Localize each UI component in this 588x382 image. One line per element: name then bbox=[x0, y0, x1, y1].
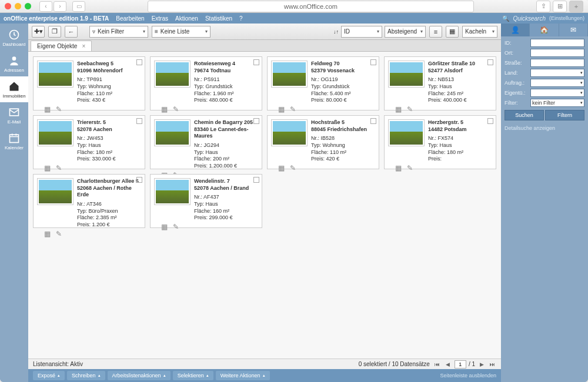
rp-input-strasse[interactable] bbox=[530, 59, 584, 67]
edit-icon[interactable]: ✎ bbox=[289, 164, 297, 172]
back-button[interactable]: ← bbox=[65, 26, 78, 38]
property-card[interactable]: Charlottenburger Allee 552068 Aachen / R… bbox=[33, 174, 145, 228]
calendar-icon[interactable]: ▦ bbox=[277, 164, 285, 172]
pager-last[interactable]: ⏭ bbox=[488, 360, 496, 368]
action-schreiben[interactable]: Schreiben bbox=[67, 371, 105, 380]
close-icon[interactable]: × bbox=[82, 43, 85, 49]
tab-eigene-objekte[interactable]: Eigene Objekte× bbox=[31, 41, 92, 51]
property-card[interactable]: Seebachweg 591096 MöhrendorfNr.: TP891Ty… bbox=[33, 56, 145, 110]
rp-input-ort[interactable] bbox=[530, 49, 584, 57]
property-card[interactable]: Feldweg 7052379 VossenackNr.: OG119Typ: … bbox=[267, 56, 379, 110]
card-checkbox[interactable] bbox=[136, 118, 142, 124]
calendar-icon[interactable]: ▦ bbox=[160, 105, 168, 113]
menu-extras[interactable]: Extras bbox=[152, 15, 168, 22]
nav-kalender[interactable]: Kalender bbox=[0, 128, 28, 154]
menu-statistiken[interactable]: Statistiken bbox=[205, 15, 232, 22]
rp-filtern-btn[interactable]: Filtern bbox=[545, 110, 584, 120]
menu-aktionen[interactable]: Aktionen bbox=[175, 15, 198, 22]
view-list-btn[interactable]: ≡ bbox=[429, 26, 442, 38]
card-checkbox[interactable] bbox=[370, 118, 376, 124]
property-card[interactable]: Wendelinstr. 752078 Aachen / BrandNr.: A… bbox=[150, 174, 262, 228]
edit-icon[interactable]: ✎ bbox=[55, 105, 63, 113]
card-checkbox[interactable] bbox=[253, 118, 259, 124]
property-card[interactable]: Rotwiesenweg 479674 TodtnauNr.: PS911Typ… bbox=[150, 56, 262, 110]
card-checkbox[interactable] bbox=[253, 59, 259, 65]
card-thumbnail[interactable] bbox=[154, 61, 191, 88]
card-thumbnail[interactable] bbox=[271, 61, 308, 88]
card-thumbnail[interactable] bbox=[37, 178, 74, 205]
edit-icon[interactable]: ✎ bbox=[172, 105, 180, 113]
edit-icon[interactable]: ✎ bbox=[172, 223, 180, 231]
action-selektieren[interactable]: Selektieren bbox=[173, 371, 213, 380]
rp-select-filter[interactable]: kein Filter bbox=[530, 99, 584, 107]
card-checkbox[interactable] bbox=[136, 177, 142, 183]
browser-back-btn[interactable]: ‹ bbox=[39, 1, 52, 12]
card-thumbnail[interactable] bbox=[154, 178, 191, 205]
rp-detailsuche-link[interactable]: Detailsuche anzeigen bbox=[501, 123, 588, 133]
view-select[interactable]: Kacheln▾ bbox=[462, 26, 497, 38]
action-arbeitslisten[interactable]: Arbeitslistenaktionen bbox=[108, 371, 171, 380]
edit-icon[interactable]: ✎ bbox=[406, 105, 414, 113]
add-button[interactable]: ✚▾ bbox=[32, 26, 45, 38]
card-thumbnail[interactable] bbox=[154, 119, 191, 146]
share-icon[interactable]: ⇪ bbox=[536, 1, 550, 12]
property-card[interactable]: Chemin de Bagarry 20583340 Le Cannet-des… bbox=[150, 115, 262, 169]
browser-fwd-btn[interactable]: › bbox=[54, 1, 66, 12]
calendar-icon[interactable]: ▦ bbox=[394, 105, 402, 113]
card-thumbnail[interactable] bbox=[271, 119, 308, 146]
rp-person-icon[interactable]: 👤 bbox=[501, 24, 530, 36]
edit-icon[interactable]: ✎ bbox=[55, 230, 63, 238]
card-checkbox[interactable] bbox=[253, 177, 259, 183]
rp-home-icon[interactable]: 🏠 bbox=[530, 24, 559, 36]
nav-adressen[interactable]: Adressen bbox=[0, 51, 28, 76]
close-window-btn[interactable] bbox=[5, 3, 11, 9]
rp-input-id[interactable] bbox=[530, 39, 584, 47]
liste-select[interactable]: ≡Keine Liste▾ bbox=[152, 26, 211, 38]
duplicate-button[interactable]: ❐ bbox=[48, 26, 61, 38]
calendar-icon[interactable]: ▦ bbox=[43, 164, 51, 172]
nav-email[interactable]: E-Mail bbox=[0, 102, 28, 128]
action-expose[interactable]: Exposé bbox=[33, 371, 65, 380]
einstellungen-label[interactable]: (Einstellungen) bbox=[549, 15, 584, 21]
calendar-icon[interactable]: ▦ bbox=[394, 164, 402, 172]
card-checkbox[interactable] bbox=[370, 59, 376, 65]
tabs-icon[interactable]: ⊞ bbox=[553, 1, 567, 12]
calendar-icon[interactable]: ▦ bbox=[43, 105, 51, 113]
edit-icon[interactable]: ✎ bbox=[55, 164, 63, 172]
rp-select-eigentue[interactable] bbox=[530, 89, 584, 97]
card-thumbnail[interactable] bbox=[388, 119, 425, 146]
filter-select[interactable]: ▿Kein Filter▾ bbox=[89, 26, 148, 38]
calendar-icon[interactable]: ▦ bbox=[277, 105, 285, 113]
browser-sidebar-btn[interactable]: ▭ bbox=[72, 1, 85, 12]
rp-select-auftrag[interactable] bbox=[530, 79, 584, 87]
action-weitere[interactable]: Weitere Aktionen bbox=[216, 371, 270, 380]
sort-dir-select[interactable]: Absteigend▾ bbox=[385, 26, 426, 38]
card-checkbox[interactable] bbox=[487, 59, 493, 65]
card-checkbox[interactable] bbox=[487, 118, 493, 124]
rp-select-land[interactable] bbox=[530, 69, 584, 77]
quicksearch-label[interactable]: Quicksearch bbox=[513, 15, 546, 22]
hide-sidebar-link[interactable]: Seitenleiste ausblenden bbox=[440, 373, 496, 378]
edit-icon[interactable]: ✎ bbox=[289, 105, 297, 113]
view-grid-btn[interactable]: ▦ bbox=[446, 26, 459, 38]
menu-help[interactable]: ? bbox=[239, 15, 243, 22]
pager-next[interactable]: ▶ bbox=[477, 360, 486, 368]
search-icon[interactable]: 🔍 bbox=[502, 15, 509, 22]
minimize-window-btn[interactable] bbox=[15, 3, 21, 9]
calendar-icon[interactable]: ▦ bbox=[43, 230, 51, 238]
rp-mail-icon[interactable]: ✉ bbox=[559, 24, 588, 36]
property-card[interactable]: Herzbergstr. 514482 PotsdamNr.: FX574Typ… bbox=[384, 115, 496, 169]
card-thumbnail[interactable] bbox=[388, 61, 425, 88]
card-thumbnail[interactable] bbox=[37, 61, 74, 88]
card-checkbox[interactable] bbox=[136, 59, 142, 65]
property-card[interactable]: Hochstraße 588045 FriedrichshafenNr.: IB… bbox=[267, 115, 379, 169]
sort-by-select[interactable]: ID▾ bbox=[341, 26, 382, 38]
nav-dashboard[interactable]: Dashboard bbox=[0, 25, 28, 51]
pager-first[interactable]: ⏮ bbox=[433, 360, 442, 368]
maximize-window-btn[interactable] bbox=[25, 3, 31, 9]
edit-icon[interactable]: ✎ bbox=[406, 164, 414, 172]
card-thumbnail[interactable] bbox=[37, 119, 74, 146]
pager-input[interactable] bbox=[455, 360, 466, 368]
browser-url[interactable]: www.onOffice.com bbox=[148, 1, 474, 12]
menu-bearbeiten[interactable]: Bearbeiten bbox=[116, 15, 144, 22]
